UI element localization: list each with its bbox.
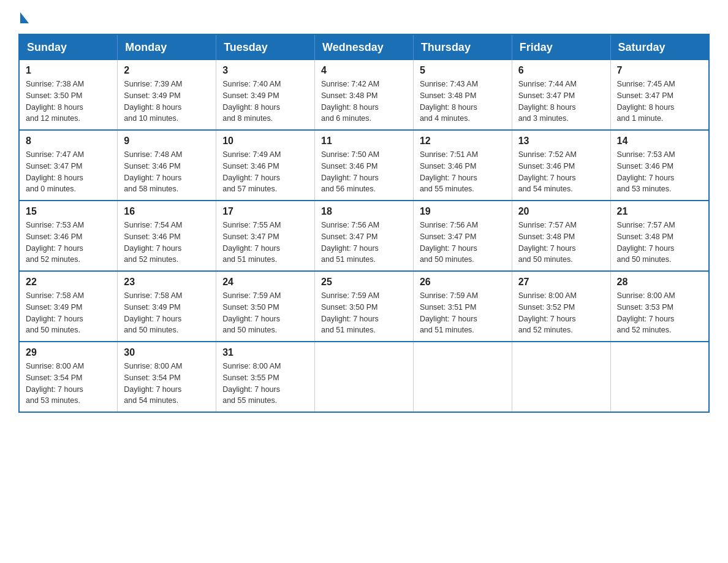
logo xyxy=(18,12,29,21)
day-info: Sunrise: 7:54 AMSunset: 3:46 PMDaylight:… xyxy=(124,220,210,266)
day-info: Sunrise: 7:44 AMSunset: 3:47 PMDaylight:… xyxy=(518,79,604,124)
day-number: 31 xyxy=(222,347,308,358)
calendar-cell: 25Sunrise: 7:59 AMSunset: 3:50 PMDayligh… xyxy=(315,271,414,342)
day-info: Sunrise: 7:57 AMSunset: 3:48 PMDaylight:… xyxy=(518,220,604,266)
day-info: Sunrise: 8:00 AMSunset: 3:52 PMDaylight:… xyxy=(518,290,604,336)
day-number: 21 xyxy=(617,206,702,217)
calendar-week-row: 15Sunrise: 7:53 AMSunset: 3:46 PMDayligh… xyxy=(19,201,709,271)
day-number: 1 xyxy=(26,65,111,76)
calendar-cell: 28Sunrise: 8:00 AMSunset: 3:53 PMDayligh… xyxy=(610,271,709,342)
logo-arrow-icon xyxy=(20,12,29,23)
calendar-week-row: 8Sunrise: 7:47 AMSunset: 3:47 PMDaylight… xyxy=(19,130,709,201)
day-number: 25 xyxy=(321,277,407,288)
calendar-cell: 20Sunrise: 7:57 AMSunset: 3:48 PMDayligh… xyxy=(512,201,610,271)
calendar-cell xyxy=(413,342,512,412)
calendar-cell: 11Sunrise: 7:50 AMSunset: 3:46 PMDayligh… xyxy=(315,130,414,201)
day-info: Sunrise: 7:58 AMSunset: 3:49 PMDaylight:… xyxy=(124,290,210,336)
calendar-cell: 21Sunrise: 7:57 AMSunset: 3:48 PMDayligh… xyxy=(610,201,709,271)
day-number: 14 xyxy=(617,136,702,147)
day-info: Sunrise: 7:55 AMSunset: 3:47 PMDaylight:… xyxy=(222,220,308,266)
calendar-cell: 13Sunrise: 7:52 AMSunset: 3:46 PMDayligh… xyxy=(512,130,610,201)
calendar-cell: 15Sunrise: 7:53 AMSunset: 3:46 PMDayligh… xyxy=(19,201,118,271)
day-number: 6 xyxy=(518,65,604,76)
calendar-cell: 3Sunrise: 7:40 AMSunset: 3:49 PMDaylight… xyxy=(216,60,315,130)
day-info: Sunrise: 7:42 AMSunset: 3:48 PMDaylight:… xyxy=(321,79,407,124)
day-info: Sunrise: 7:57 AMSunset: 3:48 PMDaylight:… xyxy=(617,220,702,266)
day-info: Sunrise: 8:00 AMSunset: 3:55 PMDaylight:… xyxy=(222,361,308,407)
day-number: 30 xyxy=(124,347,210,358)
page-header xyxy=(18,12,710,21)
day-info: Sunrise: 7:38 AMSunset: 3:50 PMDaylight:… xyxy=(26,79,111,124)
day-number: 4 xyxy=(321,65,407,76)
day-number: 7 xyxy=(617,65,702,76)
day-number: 20 xyxy=(518,206,604,217)
calendar-week-row: 22Sunrise: 7:58 AMSunset: 3:49 PMDayligh… xyxy=(19,271,709,342)
day-info: Sunrise: 7:59 AMSunset: 3:51 PMDaylight:… xyxy=(420,290,506,336)
day-info: Sunrise: 7:50 AMSunset: 3:46 PMDaylight:… xyxy=(321,149,407,195)
day-info: Sunrise: 7:51 AMSunset: 3:46 PMDaylight:… xyxy=(420,149,506,195)
calendar-cell: 6Sunrise: 7:44 AMSunset: 3:47 PMDaylight… xyxy=(512,60,610,130)
day-info: Sunrise: 7:47 AMSunset: 3:47 PMDaylight:… xyxy=(26,149,111,195)
day-info: Sunrise: 7:52 AMSunset: 3:46 PMDaylight:… xyxy=(518,149,604,195)
calendar-header-row: SundayMondayTuesdayWednesdayThursdayFrid… xyxy=(19,34,709,60)
calendar-cell: 19Sunrise: 7:56 AMSunset: 3:47 PMDayligh… xyxy=(413,201,512,271)
calendar-header-tuesday: Tuesday xyxy=(216,34,315,60)
day-number: 18 xyxy=(321,206,407,217)
calendar-cell: 10Sunrise: 7:49 AMSunset: 3:46 PMDayligh… xyxy=(216,130,315,201)
day-number: 19 xyxy=(420,206,506,217)
day-number: 15 xyxy=(26,206,111,217)
day-number: 28 xyxy=(617,277,702,288)
day-number: 22 xyxy=(26,277,111,288)
calendar-week-row: 29Sunrise: 8:00 AMSunset: 3:54 PMDayligh… xyxy=(19,342,709,412)
calendar-cell xyxy=(610,342,709,412)
day-number: 26 xyxy=(420,277,506,288)
calendar-cell: 16Sunrise: 7:54 AMSunset: 3:46 PMDayligh… xyxy=(118,201,216,271)
calendar-cell: 12Sunrise: 7:51 AMSunset: 3:46 PMDayligh… xyxy=(413,130,512,201)
calendar-header-friday: Friday xyxy=(512,34,610,60)
day-number: 23 xyxy=(124,277,210,288)
day-info: Sunrise: 7:43 AMSunset: 3:48 PMDaylight:… xyxy=(420,79,506,124)
day-number: 13 xyxy=(518,136,604,147)
calendar-cell: 5Sunrise: 7:43 AMSunset: 3:48 PMDaylight… xyxy=(413,60,512,130)
day-info: Sunrise: 7:59 AMSunset: 3:50 PMDaylight:… xyxy=(222,290,308,336)
calendar-cell: 23Sunrise: 7:58 AMSunset: 3:49 PMDayligh… xyxy=(118,271,216,342)
calendar-header-saturday: Saturday xyxy=(610,34,709,60)
day-number: 24 xyxy=(222,277,308,288)
calendar-cell: 17Sunrise: 7:55 AMSunset: 3:47 PMDayligh… xyxy=(216,201,315,271)
calendar-header-wednesday: Wednesday xyxy=(315,34,414,60)
day-number: 29 xyxy=(26,347,111,358)
day-number: 16 xyxy=(124,206,210,217)
day-number: 12 xyxy=(420,136,506,147)
day-number: 10 xyxy=(222,136,308,147)
day-info: Sunrise: 7:59 AMSunset: 3:50 PMDaylight:… xyxy=(321,290,407,336)
day-info: Sunrise: 7:40 AMSunset: 3:49 PMDaylight:… xyxy=(222,79,308,124)
calendar-cell: 4Sunrise: 7:42 AMSunset: 3:48 PMDaylight… xyxy=(315,60,414,130)
day-info: Sunrise: 7:45 AMSunset: 3:47 PMDaylight:… xyxy=(617,79,702,124)
calendar-cell: 24Sunrise: 7:59 AMSunset: 3:50 PMDayligh… xyxy=(216,271,315,342)
calendar-header-sunday: Sunday xyxy=(19,34,118,60)
calendar-cell: 2Sunrise: 7:39 AMSunset: 3:49 PMDaylight… xyxy=(118,60,216,130)
calendar-cell: 30Sunrise: 8:00 AMSunset: 3:54 PMDayligh… xyxy=(118,342,216,412)
day-info: Sunrise: 7:53 AMSunset: 3:46 PMDaylight:… xyxy=(617,149,702,195)
day-number: 3 xyxy=(222,65,308,76)
day-info: Sunrise: 8:00 AMSunset: 3:53 PMDaylight:… xyxy=(617,290,702,336)
day-info: Sunrise: 7:48 AMSunset: 3:46 PMDaylight:… xyxy=(124,149,210,195)
calendar-header-thursday: Thursday xyxy=(413,34,512,60)
calendar-cell: 1Sunrise: 7:38 AMSunset: 3:50 PMDaylight… xyxy=(19,60,118,130)
day-number: 8 xyxy=(26,136,111,147)
day-number: 9 xyxy=(124,136,210,147)
day-info: Sunrise: 7:39 AMSunset: 3:49 PMDaylight:… xyxy=(124,79,210,124)
calendar-week-row: 1Sunrise: 7:38 AMSunset: 3:50 PMDaylight… xyxy=(19,60,709,130)
calendar-cell: 18Sunrise: 7:56 AMSunset: 3:47 PMDayligh… xyxy=(315,201,414,271)
calendar-cell: 31Sunrise: 8:00 AMSunset: 3:55 PMDayligh… xyxy=(216,342,315,412)
day-info: Sunrise: 8:00 AMSunset: 3:54 PMDaylight:… xyxy=(26,361,111,407)
day-number: 2 xyxy=(124,65,210,76)
calendar-table: SundayMondayTuesdayWednesdayThursdayFrid… xyxy=(18,34,710,413)
calendar-cell: 29Sunrise: 8:00 AMSunset: 3:54 PMDayligh… xyxy=(19,342,118,412)
day-number: 5 xyxy=(420,65,506,76)
calendar-cell xyxy=(512,342,610,412)
calendar-cell: 27Sunrise: 8:00 AMSunset: 3:52 PMDayligh… xyxy=(512,271,610,342)
calendar-cell: 26Sunrise: 7:59 AMSunset: 3:51 PMDayligh… xyxy=(413,271,512,342)
day-number: 11 xyxy=(321,136,407,147)
calendar-cell: 9Sunrise: 7:48 AMSunset: 3:46 PMDaylight… xyxy=(118,130,216,201)
